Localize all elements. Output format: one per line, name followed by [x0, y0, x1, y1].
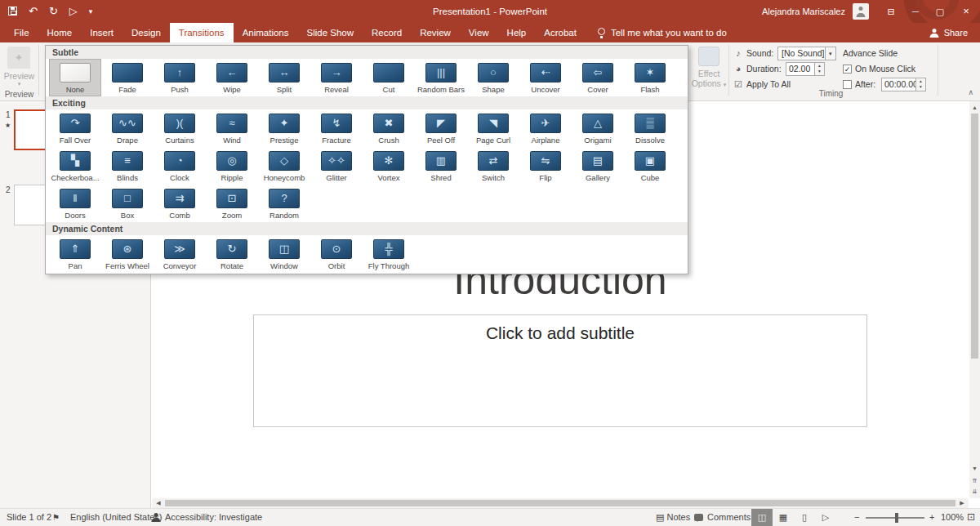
transition-flip[interactable]: ⇋Flip	[519, 147, 572, 185]
zoom-out-button[interactable]: −	[854, 509, 859, 526]
tab-acrobat[interactable]: Acrobat	[535, 23, 586, 42]
transition-cut[interactable]: Cut	[363, 59, 415, 96]
on-mouse-click-option[interactable]: ✓ On Mouse Click	[843, 61, 915, 76]
transition-dissolve[interactable]: ▒Dissolve	[624, 109, 676, 147]
slide-sorter-view-button[interactable]: ▦	[773, 509, 794, 526]
transition-doors[interactable]: ‖Doors	[49, 185, 101, 222]
transition-reveal[interactable]: →Reveal	[310, 59, 363, 96]
scroll-right-button[interactable]: ▶	[957, 498, 967, 508]
transition-prestige[interactable]: ✦Prestige	[258, 109, 310, 147]
effect-options-button[interactable]: Effect Options ▾	[691, 44, 727, 98]
duration-spinner[interactable]: 02.00 ▴▾	[786, 62, 825, 76]
scroll-down-button[interactable]: ▼	[969, 464, 980, 474]
comments-button[interactable]: Comments	[694, 509, 751, 526]
transition-blinds[interactable]: ≡Blinds	[101, 147, 154, 185]
tab-file[interactable]: File	[5, 23, 38, 42]
transition-none[interactable]: None	[49, 59, 101, 96]
tab-home[interactable]: Home	[38, 23, 82, 42]
tab-help[interactable]: Help	[498, 23, 536, 42]
proofing-flag-icon[interactable]: ⚑	[52, 509, 60, 526]
account-name[interactable]: Alejandra Mariscalez	[762, 7, 845, 16]
transition-fall-over[interactable]: ↷Fall Over	[49, 109, 101, 147]
transition-pan[interactable]: ⇑Pan	[49, 235, 101, 273]
normal-view-button[interactable]: ◫	[751, 509, 773, 526]
reading-view-button[interactable]: ▯	[794, 509, 815, 526]
transition-peel-off[interactable]: ◤Peel Off	[415, 109, 467, 147]
transition-drape[interactable]: ∿∿Drape	[101, 109, 154, 147]
tab-animations[interactable]: Animations	[234, 23, 298, 42]
minimize-button[interactable]: ─	[903, 0, 928, 23]
scroll-left-button[interactable]: ◀	[154, 498, 163, 508]
notes-button[interactable]: ▤ Notes	[656, 509, 690, 526]
undo-button[interactable]: ↶	[29, 0, 38, 23]
transition-conveyor[interactable]: ≫Conveyor	[154, 235, 206, 273]
slideshow-view-button[interactable]: ▷	[815, 509, 836, 526]
transition-fracture[interactable]: ↯Fracture	[310, 109, 363, 147]
transition-wipe[interactable]: ←Wipe	[206, 59, 258, 96]
transition-window[interactable]: ◫Window	[258, 235, 310, 273]
transition-curtains[interactable]: )(Curtains	[154, 109, 206, 147]
redo-button[interactable]: ↻	[49, 0, 58, 23]
language-button[interactable]: English (United States)	[70, 509, 163, 526]
save-button[interactable]	[8, 0, 17, 23]
transition-flash[interactable]: ✶Flash	[624, 59, 676, 96]
tell-me-box[interactable]: Tell me what you want to do	[598, 23, 727, 42]
sound-select[interactable]: [No Sound] ▾	[777, 47, 836, 60]
accessibility-button[interactable]: Accessibility: Investigate	[165, 509, 262, 526]
transition-fly-through[interactable]: ╬Fly Through	[363, 235, 415, 273]
previous-slide-button[interactable]: ⇈	[969, 476, 980, 486]
transition-page-curl[interactable]: ◥Page Curl	[467, 109, 519, 147]
transition-airplane[interactable]: ✈Airplane	[519, 109, 572, 147]
transition-vortex[interactable]: ✻Vortex	[363, 147, 415, 185]
transition-push[interactable]: ↑Push	[154, 59, 206, 96]
transition-checkerboa[interactable]: ▚Checkerboa...	[49, 147, 101, 185]
transition-zoom[interactable]: ⊡Zoom	[206, 185, 258, 222]
transition-box[interactable]: □Box	[101, 185, 154, 222]
scroll-up-button[interactable]: ▲	[969, 103, 980, 113]
avatar[interactable]	[853, 3, 869, 20]
chevron-down-icon[interactable]: ▾	[825, 47, 835, 60]
ribbon-display-options-button[interactable]: ⊟	[879, 0, 903, 23]
transition-shape[interactable]: ○Shape	[467, 59, 519, 96]
transition-gallery[interactable]: ▤Gallery	[572, 147, 624, 185]
zoom-in-button[interactable]: +	[929, 509, 934, 526]
transition-cube[interactable]: ▣Cube	[624, 147, 676, 185]
tab-view[interactable]: View	[460, 23, 498, 42]
on-mouse-click-checkbox[interactable]: ✓	[843, 65, 852, 74]
transition-rotate[interactable]: ↻Rotate	[206, 235, 258, 273]
transition-glitter[interactable]: ✧✧Glitter	[310, 147, 363, 185]
transition-random[interactable]: ?Random	[258, 185, 310, 222]
tab-design[interactable]: Design	[122, 23, 170, 42]
transition-comb[interactable]: ⇉Comb	[154, 185, 206, 222]
vertical-scrollbar[interactable]: ▲ ▼ ⇈ ⇊	[969, 101, 980, 498]
next-slide-button[interactable]: ⇊	[969, 487, 980, 497]
tab-record[interactable]: Record	[363, 23, 411, 42]
tab-transitions[interactable]: Transitions	[170, 23, 234, 42]
transition-fade[interactable]: Fade	[101, 59, 154, 96]
after-checkbox[interactable]	[843, 80, 852, 89]
tab-insert[interactable]: Insert	[81, 23, 122, 42]
transition-clock[interactable]: ◔Clock	[154, 147, 206, 185]
scrollbar-thumb[interactable]	[165, 500, 956, 506]
tab-slide-show[interactable]: Slide Show	[298, 23, 363, 42]
subtitle-placeholder[interactable]: Click to add subtitle	[253, 314, 867, 427]
zoom-slider[interactable]	[866, 517, 924, 519]
zoom-slider-thumb[interactable]	[895, 513, 898, 523]
transition-honeycomb[interactable]: ◇Honeycomb	[258, 147, 310, 185]
transition-wind[interactable]: ≈Wind	[206, 109, 258, 147]
close-button[interactable]: ×	[952, 0, 980, 23]
transition-switch[interactable]: ⇄Switch	[467, 147, 519, 185]
transition-ripple[interactable]: ◎Ripple	[206, 147, 258, 185]
scrollbar-thumb[interactable]	[971, 114, 978, 359]
transition-shred[interactable]: ▥Shred	[415, 147, 467, 185]
transition-random-bars[interactable]: |||Random Bars	[415, 59, 467, 96]
transition-split[interactable]: ↔Split	[258, 59, 310, 96]
transition-crush[interactable]: ✖Crush	[363, 109, 415, 147]
fit-slide-button[interactable]: ⊡	[967, 509, 975, 526]
transition-ferris-wheel[interactable]: ⊛Ferris Wheel	[101, 235, 154, 273]
transition-origami[interactable]: △Origami	[572, 109, 624, 147]
transition-orbit[interactable]: ⊙Orbit	[310, 235, 363, 273]
tab-review[interactable]: Review	[411, 23, 460, 42]
transition-uncover[interactable]: ⇠Uncover	[519, 59, 572, 96]
share-button[interactable]: Share	[930, 23, 968, 42]
